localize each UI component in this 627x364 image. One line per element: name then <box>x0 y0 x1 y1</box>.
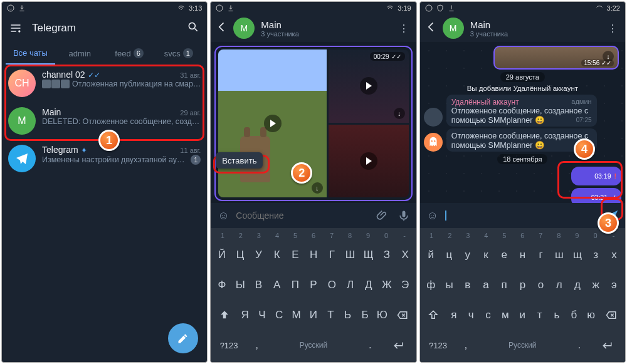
key[interactable]: ф <box>423 271 440 299</box>
key[interactable]: а <box>477 271 494 299</box>
back-icon[interactable] <box>425 21 443 36</box>
key[interactable]: ч <box>463 301 479 330</box>
key[interactable]: ю <box>583 301 599 330</box>
key[interactable]: К <box>268 241 285 269</box>
shift-key[interactable] <box>423 301 445 330</box>
compose-fab[interactable] <box>168 323 198 353</box>
key[interactable]: Х <box>397 241 414 269</box>
key[interactable]: м <box>497 301 513 330</box>
search-icon[interactable] <box>187 21 199 36</box>
keyboard[interactable]: 1234567890- ЙЦУКЕНГШЩЗХ ФЫВАПРОЛДЖЭ ЯЧСМ… <box>211 228 416 362</box>
key[interactable]: В <box>250 271 267 299</box>
key[interactable]: А <box>268 271 285 299</box>
key[interactable]: Ю <box>374 301 390 330</box>
key[interactable]: л <box>551 271 567 299</box>
key[interactable]: У <box>250 241 267 269</box>
key[interactable]: Т <box>323 301 339 330</box>
more-icon[interactable]: ⋮ <box>605 23 620 34</box>
key[interactable]: Ц <box>232 241 249 269</box>
key[interactable]: ы <box>441 271 458 299</box>
period-key[interactable]: . <box>568 331 590 360</box>
key[interactable]: я <box>446 301 461 330</box>
key[interactable]: и <box>515 301 530 330</box>
key[interactable]: п <box>496 271 513 299</box>
key[interactable]: э <box>606 271 623 299</box>
key[interactable]: ц <box>441 241 458 269</box>
incoming-message[interactable]: Удалённый аккаунтадмин Отложенное сообще… <box>424 95 621 127</box>
keyboard[interactable]: 1234567890- йцукенгшщзх фывапролджэ ячсм… <box>420 228 625 362</box>
key[interactable]: н <box>514 241 531 269</box>
comma-key[interactable]: , <box>246 331 268 360</box>
key[interactable]: д <box>569 271 586 299</box>
comma-key[interactable]: , <box>455 331 477 360</box>
key[interactable]: Я <box>237 301 253 330</box>
emoji-icon[interactable]: ☺ <box>214 209 232 222</box>
period-key[interactable]: . <box>359 331 381 360</box>
key[interactable]: е <box>496 241 513 269</box>
media-message[interactable]: 00:29✓✓ ↓ ↓ <box>214 46 412 201</box>
key[interactable]: Е <box>287 241 303 269</box>
key[interactable]: Ч <box>254 301 270 330</box>
numeric-key[interactable]: ?123 <box>423 331 454 360</box>
key[interactable]: х <box>606 241 623 269</box>
key[interactable]: Г <box>324 241 340 269</box>
key[interactable]: П <box>287 271 303 299</box>
key[interactable]: Н <box>305 241 322 269</box>
key[interactable]: о <box>532 271 549 299</box>
key[interactable]: Щ <box>360 241 377 269</box>
key[interactable]: М <box>288 301 304 330</box>
chat-title-area[interactable]: Main 3 участника <box>261 19 396 38</box>
key[interactable]: Ш <box>342 241 359 269</box>
key[interactable]: к <box>477 241 494 269</box>
key[interactable]: Ф <box>213 271 230 299</box>
key[interactable]: з <box>587 241 604 269</box>
enter-key[interactable] <box>382 331 414 360</box>
numeric-key[interactable]: ?123 <box>213 331 245 360</box>
space-key[interactable]: Русский <box>478 331 567 360</box>
key[interactable]: И <box>305 301 321 330</box>
back-icon[interactable] <box>216 21 233 36</box>
key[interactable]: у <box>459 241 476 269</box>
media-message[interactable]: ↓ 15:56 ✓✓ <box>493 46 619 70</box>
key[interactable]: Л <box>342 271 359 299</box>
key[interactable]: ь <box>549 301 564 330</box>
emoji-icon[interactable]: ☺ <box>424 209 441 222</box>
tab-feed[interactable]: feed 6 <box>105 42 154 65</box>
more-icon[interactable]: ⋮ <box>396 23 411 34</box>
key[interactable]: т <box>532 301 547 330</box>
key[interactable]: О <box>324 271 340 299</box>
tab-admin[interactable]: admin <box>55 42 105 65</box>
key[interactable]: ш <box>551 241 567 269</box>
shift-key[interactable] <box>213 301 236 330</box>
key[interactable]: З <box>378 241 395 269</box>
message-input[interactable] <box>445 211 600 221</box>
attach-icon[interactable] <box>374 209 391 222</box>
enter-key[interactable] <box>591 331 623 360</box>
video-thumb[interactable] <box>329 125 409 198</box>
chat-avatar[interactable]: M <box>233 18 255 39</box>
paste-popup[interactable]: Вставить <box>216 152 263 169</box>
key[interactable]: С <box>271 301 287 330</box>
key[interactable]: Й <box>213 241 230 269</box>
tab-all-chats[interactable]: Все чаты <box>6 42 55 65</box>
mic-icon[interactable] <box>395 209 413 222</box>
key[interactable]: с <box>480 301 496 330</box>
menu-icon[interactable] <box>9 22 22 34</box>
key[interactable]: р <box>514 271 531 299</box>
message-input[interactable] <box>236 211 369 221</box>
key[interactable]: Э <box>397 271 414 299</box>
key[interactable]: Б <box>357 301 372 330</box>
key[interactable]: Ж <box>378 271 395 299</box>
space-key[interactable]: Русский <box>269 331 358 360</box>
key[interactable]: Ь <box>340 301 356 330</box>
key[interactable]: в <box>459 271 476 299</box>
chat-title-area[interactable]: Main 3 участника <box>470 19 605 38</box>
key[interactable]: б <box>566 301 582 330</box>
key[interactable]: Ы <box>232 271 249 299</box>
key[interactable]: ж <box>587 271 604 299</box>
backspace-key[interactable] <box>391 301 414 330</box>
key[interactable]: й <box>423 241 440 269</box>
backspace-key[interactable] <box>600 301 623 330</box>
key[interactable]: Р <box>305 271 322 299</box>
tab-svcs[interactable]: svcs 1 <box>154 42 203 65</box>
